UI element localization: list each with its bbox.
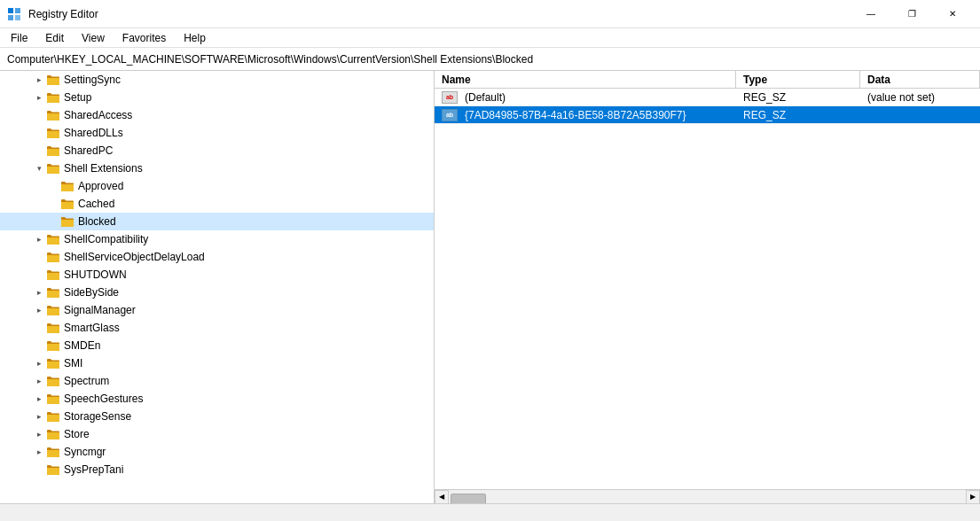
tree-item-label: SharedPC <box>64 144 113 157</box>
tree-item-syncmgr[interactable]: ▸ Syncmgr <box>0 443 434 461</box>
expand-icon[interactable]: ▸ <box>32 90 46 105</box>
tree-item-smden[interactable]: SMDEn <box>0 337 434 354</box>
svg-rect-0 <box>8 8 13 13</box>
folder-icon <box>46 144 60 157</box>
svg-rect-2 <box>8 15 13 20</box>
tree-item-settingsync[interactable]: ▸ SettingSync <box>0 71 434 89</box>
folder-icon <box>46 304 60 316</box>
folder-icon <box>46 268 60 281</box>
tree-item-shutdown[interactable]: SHUTDOWN <box>0 266 434 284</box>
restore-button[interactable]: ❐ <box>891 0 932 28</box>
tree-item-label: Spectrum <box>64 375 109 387</box>
expand-icon[interactable]: ▸ <box>32 73 46 87</box>
tree-item-setup[interactable]: ▸ Setup <box>0 89 434 106</box>
tree-item-label: Store <box>64 428 90 440</box>
tree-item-store[interactable]: ▸ Store <box>0 425 434 443</box>
tree-item-shellextensions[interactable]: ▾ Shell Extensions <box>0 159 434 177</box>
folder-icon <box>46 446 60 458</box>
tree-item-label: SharedDLLs <box>64 127 123 139</box>
tree-item-signalmanager[interactable]: ▸ SignalManager <box>0 301 434 319</box>
menu-item-edit[interactable]: Edit <box>38 30 71 46</box>
tree-item-shareddlls[interactable]: SharedDLLs <box>0 124 434 142</box>
window-controls: — ❐ ✕ <box>851 0 973 28</box>
detail-body[interactable]: ab (Default) REG_SZ (value not set) ab {… <box>435 89 980 489</box>
detail-row-default[interactable]: ab (Default) REG_SZ (value not set) <box>435 89 980 106</box>
tree-item-blocked[interactable]: Blocked <box>0 213 434 230</box>
folder-icon <box>46 74 60 86</box>
tree-item-speechgestures[interactable]: ▸ SpeechGestures <box>0 390 434 408</box>
tree-item-label: Syncmgr <box>64 446 106 458</box>
scroll-thumb[interactable] <box>451 494 486 504</box>
leaf-spacer <box>32 250 46 264</box>
expand-icon[interactable]: ▸ <box>32 285 46 299</box>
folder-icon <box>60 180 74 192</box>
leaf-spacer <box>32 268 46 282</box>
folder-icon <box>46 251 60 263</box>
scroll-right-arrow[interactable]: ▶ <box>966 490 980 504</box>
tree-item-label: SmartGlass <box>64 322 120 334</box>
tree-item-syspreptani[interactable]: SysPrepTani <box>0 461 434 478</box>
expand-icon[interactable]: ▸ <box>32 445 46 459</box>
svg-rect-3 <box>15 15 20 20</box>
app-icon <box>7 7 21 21</box>
leaf-spacer <box>32 321 46 335</box>
tree-item-label: StorageSense <box>64 410 131 423</box>
tree-item-label: SignalManager <box>64 304 136 316</box>
expand-icon[interactable]: ▸ <box>32 303 46 317</box>
col-header-name: Name <box>435 71 736 89</box>
tree-item-label: Setup <box>64 91 91 104</box>
close-button[interactable]: ✕ <box>932 0 973 28</box>
menu-item-help[interactable]: Help <box>176 30 213 46</box>
tree-item-sidebyside[interactable]: ▸ SideBySide <box>0 284 434 301</box>
detail-row-guid[interactable]: ab {7AD84985-87B4-4a16-BE58-8B72A5B390F7… <box>435 106 980 124</box>
folder-icon <box>46 322 60 334</box>
tree-item-shellserviceobjectdelayload[interactable]: ShellServiceObjectDelayLoad <box>0 248 434 266</box>
main-content: ▸ SettingSync▸ Setup SharedAccess Shared… <box>0 71 980 503</box>
minimize-button[interactable]: — <box>851 0 891 28</box>
tree-item-label: ShellCompatibility <box>64 233 148 245</box>
expand-icon[interactable]: ▸ <box>32 374 46 388</box>
expand-icon[interactable]: ▸ <box>32 427 46 441</box>
tree-item-label: SpeechGestures <box>64 393 143 405</box>
collapse-icon[interactable]: ▾ <box>32 161 46 175</box>
reg-value-icon: ab <box>442 109 458 121</box>
tree-item-label: SideBySide <box>64 286 119 299</box>
leaf-spacer <box>32 108 46 122</box>
tree-item-sharedaccess[interactable]: SharedAccess <box>0 106 434 124</box>
folder-icon <box>60 215 74 228</box>
menu-item-file[interactable]: File <box>4 30 35 46</box>
tree-pane[interactable]: ▸ SettingSync▸ Setup SharedAccess Shared… <box>0 71 435 503</box>
svg-rect-1 <box>15 8 20 13</box>
tree-item-spectrum[interactable]: ▸ Spectrum <box>0 372 434 390</box>
address-path: Computer\HKEY_LOCAL_MACHINE\SOFTWARE\Mic… <box>7 53 533 66</box>
expand-icon[interactable]: ▸ <box>32 232 46 246</box>
horizontal-scrollbar[interactable]: ◀ ▶ <box>435 489 980 503</box>
leaf-spacer <box>32 126 46 140</box>
reg-name: {7AD84985-87B4-4a16-BE58-8B72A5B390F7} <box>465 109 686 121</box>
folder-icon <box>46 127 60 139</box>
tree-item-approved[interactable]: Approved <box>0 177 434 195</box>
tree-item-smi[interactable]: ▸ SMI <box>0 354 434 372</box>
tree-item-shellcompatibility[interactable]: ▸ ShellCompatibility <box>0 230 434 248</box>
expand-icon[interactable]: ▸ <box>32 356 46 370</box>
tree-item-label: SettingSync <box>64 74 121 86</box>
folder-icon <box>46 463 60 476</box>
tree-item-label: SMDEn <box>64 339 100 352</box>
folder-icon <box>46 410 60 423</box>
detail-cell-type: REG_SZ <box>736 109 860 121</box>
tree-item-sharedpc[interactable]: SharedPC <box>0 142 434 159</box>
folder-icon <box>46 357 60 369</box>
expand-icon[interactable]: ▸ <box>32 409 46 424</box>
tree-item-smartglass[interactable]: SmartGlass <box>0 319 434 337</box>
folder-icon <box>46 339 60 352</box>
leaf-spacer <box>32 338 46 353</box>
menu-item-favorites[interactable]: Favorites <box>115 30 173 46</box>
expand-icon[interactable]: ▸ <box>32 392 46 406</box>
scroll-left-arrow[interactable]: ◀ <box>435 490 449 504</box>
tree-item-storagesense[interactable]: ▸ StorageSense <box>0 408 434 425</box>
menu-item-view[interactable]: View <box>74 30 112 46</box>
tree-item-cached[interactable]: Cached <box>0 195 434 213</box>
folder-icon <box>46 375 60 387</box>
tree-item-label: SysPrepTani <box>64 463 123 476</box>
tree-item-label: ShellServiceObjectDelayLoad <box>64 251 205 263</box>
